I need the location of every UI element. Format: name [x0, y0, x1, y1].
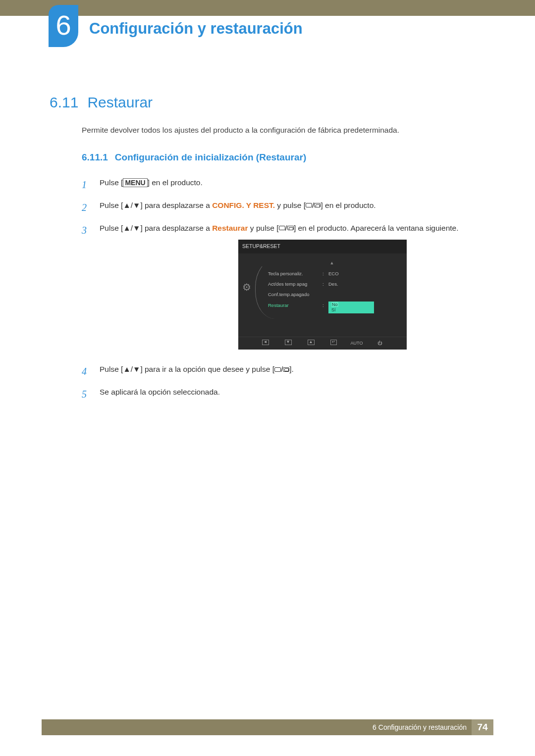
osd-btn-down: ▼ — [282, 340, 294, 347]
osd-body: ▲ ⚙ Tecla personaliz. : ECO Act/des temp… — [238, 253, 407, 335]
osd-row: Conf.temp.apagado — [260, 289, 404, 300]
osd-label: Conf.temp.apagado — [268, 291, 322, 298]
section-title: Restaurar — [87, 94, 153, 111]
text: ] en el producto. — [321, 201, 375, 209]
menu-button-label: MENU — [123, 178, 147, 187]
osd-popup-si: Sí — [331, 307, 336, 312]
osd-btn-auto: AUTO — [351, 340, 363, 347]
footer-band: 6 Configuración y restauración 74 — [42, 719, 493, 735]
osd-scroll-up-icon: ▲ — [260, 259, 404, 266]
text: ]. — [289, 365, 294, 373]
colon: : — [322, 280, 328, 288]
header-band — [0, 0, 535, 16]
step-4: 4 Pulse [▲/▼] para ir a la opción que de… — [82, 363, 485, 379]
source-icon — [279, 226, 285, 230]
osd-popup-no: No — [331, 302, 338, 307]
step-text: Pulse [▲/▼] para desplazarse a Restaurar… — [100, 222, 485, 356]
enter-icon-small: ↵ — [330, 340, 337, 345]
subsection-title: Configuración de inicialización (Restaur… — [115, 152, 306, 163]
osd-btn-power: ⏻ — [374, 340, 385, 347]
text: ] para ir a la opción que desee y pulse … — [140, 365, 274, 373]
osd-value: Des. — [328, 280, 358, 288]
enter-icon — [283, 367, 289, 372]
text: ] en el producto. Aparecerá la ventana s… — [294, 224, 459, 232]
auto-label: AUTO — [351, 340, 363, 347]
enter-icon — [314, 203, 321, 207]
text: Pulse [ — [100, 224, 123, 232]
osd-popup: No Sí — [328, 302, 374, 314]
osd-title: SETUP&RESET — [238, 240, 407, 253]
section-intro-text: Permite devolver todos los ajustes del p… — [82, 126, 485, 135]
text: Pulse [ — [100, 201, 123, 209]
osd-button-bar: ◄ ▼ ▲ ↵ AUTO ⏻ — [238, 337, 407, 348]
source-icon — [306, 203, 312, 207]
colon: : — [322, 302, 328, 314]
section-heading: 6.11 Restaurar — [50, 94, 485, 111]
left-icon: ◄ — [262, 340, 269, 345]
up-icon: ▲ — [308, 340, 315, 345]
osd-row: Act/des temp apag : Des. — [260, 279, 404, 289]
osd-btn-left: ◄ — [260, 340, 271, 347]
down-icon: ▼ — [285, 340, 292, 345]
osd-label: Tecla personaliz. — [268, 270, 322, 277]
text: ] en el producto. — [148, 178, 203, 187]
text: y pulse [ — [275, 201, 306, 209]
text: ] para desplazarse a — [140, 224, 212, 232]
osd-row-selected: Restaurar : No Sí — [260, 300, 404, 315]
text: Pulse [ — [100, 365, 123, 373]
osd-btn-enter: ↵ — [328, 340, 340, 347]
osd-label: Act/des temp apag — [268, 280, 322, 288]
highlight-restaurar: Restaurar — [212, 224, 248, 232]
source-icon — [274, 367, 281, 372]
step-number: 3 — [82, 222, 91, 356]
osd-label: Restaurar — [268, 302, 322, 314]
text: Pulse [ — [100, 178, 123, 187]
step-1: 1 Pulse [MENU] en el producto. — [82, 177, 485, 193]
text: y pulse [ — [248, 224, 279, 232]
step-number: 1 — [82, 177, 91, 193]
step-2: 2 Pulse [▲/▼] para desplazarse a CONFIG.… — [82, 200, 485, 215]
text: ] para desplazarse a — [140, 201, 212, 209]
up-down-arrows-icon: ▲/▼ — [123, 365, 140, 373]
chapter-number-tab: 6 — [49, 5, 78, 47]
highlight-config-y-rest: CONFIG. Y REST. — [212, 201, 275, 209]
osd-btn-up: ▲ — [305, 340, 317, 347]
step-number: 4 — [82, 363, 91, 379]
step-5: 5 Se aplicará la opción seleccionada. — [82, 386, 485, 402]
step-text: Pulse [MENU] en el producto. — [100, 177, 485, 193]
page-content: 6.11 Restaurar Permite devolver todos lo… — [50, 94, 485, 409]
footer-page-number: 74 — [472, 719, 493, 735]
subsection-heading: 6.11.1 Configuración de inicialización (… — [82, 152, 485, 163]
colon — [322, 291, 328, 298]
footer-chapter-text: 6 Configuración y restauración — [373, 723, 472, 731]
osd-value — [328, 291, 358, 298]
subsection-number: 6.11.1 — [82, 152, 108, 163]
osd-arc-decoration — [255, 259, 275, 319]
chapter-title: Configuración y restauración — [89, 20, 303, 38]
colon: : — [322, 270, 328, 277]
step-3: 3 Pulse [▲/▼] para desplazarse a Restaur… — [82, 222, 485, 356]
up-down-arrows-icon: ▲/▼ — [123, 224, 140, 232]
up-down-arrows-icon: ▲/▼ — [123, 201, 140, 209]
osd-value: ECO — [328, 270, 358, 277]
step-text: Se aplicará la opción seleccionada. — [100, 386, 485, 402]
steps-list: 1 Pulse [MENU] en el producto. 2 Pulse [… — [82, 177, 485, 402]
enter-icon — [287, 226, 294, 230]
osd-row: Tecla personaliz. : ECO — [260, 268, 404, 279]
gear-icon: ⚙ — [242, 279, 253, 290]
power-icon: ⏻ — [377, 340, 382, 347]
step-text: Pulse [▲/▼] para desplazarse a CONFIG. Y… — [100, 200, 485, 215]
step-number: 2 — [82, 200, 91, 215]
osd-screenshot: SETUP&RESET ▲ ⚙ Tecla personaliz. : ECO … — [238, 240, 407, 350]
section-number: 6.11 — [50, 94, 78, 111]
step-text: Pulse [▲/▼] para ir a la opción que dese… — [100, 363, 485, 379]
step-number: 5 — [82, 386, 91, 402]
